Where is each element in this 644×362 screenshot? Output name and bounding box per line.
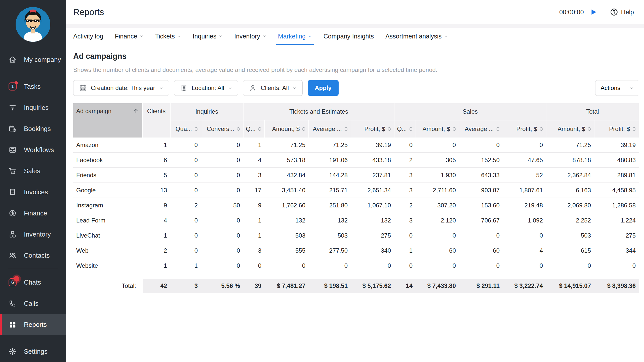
table-row[interactable]: Web2003555277.50340160604615344	[73, 243, 639, 258]
sidebar-item-inquiries[interactable]: Inquiries	[0, 97, 66, 118]
table-cell: 0	[416, 138, 459, 152]
table-row[interactable]: LiveChat10015035032750000503275	[73, 228, 639, 243]
clients-filter[interactable]: Clients: All	[243, 80, 303, 96]
table-cell: 0	[503, 138, 546, 152]
timer-play-button[interactable]	[588, 7, 598, 17]
sidebar: My company 1 Tasks Inquiries Bookings Wo…	[0, 0, 66, 362]
table-cell: 0	[459, 138, 503, 152]
table-cell: 9	[143, 198, 171, 213]
sidebar-item-finance[interactable]: Finance	[0, 203, 66, 224]
table-cell: 3	[394, 213, 416, 228]
table-cell: 0	[394, 138, 416, 152]
tab-inventory[interactable]: Inventory	[234, 28, 266, 45]
user-avatar[interactable]	[16, 7, 50, 42]
sidebar-item-settings[interactable]: Settings	[0, 341, 66, 362]
table-row[interactable]: Amazon100171.2571.2539.19000071.2539.19	[73, 138, 639, 153]
tab-tickets[interactable]: Tickets	[155, 28, 181, 45]
table-cell: 878.18	[546, 153, 594, 167]
table-cell: 1,286.58	[594, 198, 639, 213]
table-cell: 237.81	[351, 168, 394, 183]
sidebar-item-inventory[interactable]: Inventory	[0, 224, 66, 245]
table-cell: 39.19	[594, 138, 639, 152]
table-row[interactable]: Instagram925091,762.60251.801,067.102307…	[73, 198, 639, 213]
table-total-row: Total:4235.56 %39$ 7,481.27$ 198.51$ 5,1…	[73, 279, 639, 293]
table-cell: 71.25	[546, 138, 594, 152]
tab-assortment-analysis[interactable]: Assortment analysis	[385, 28, 448, 45]
total-cell: 39	[244, 279, 265, 293]
table-row[interactable]: Friends5003432.84144.28237.8131,930643.3…	[73, 168, 639, 183]
actions-button[interactable]: Actions	[595, 80, 639, 96]
sidebar-item-sales[interactable]: Sales	[0, 160, 66, 182]
table-row[interactable]: Google1300173,451.40215.712,651.3432,711…	[73, 183, 639, 198]
table-cell: 9	[244, 198, 265, 213]
column-header[interactable]: Average ...	[309, 120, 351, 138]
table-cell: 0	[459, 228, 503, 243]
table-cell: 0	[309, 258, 351, 273]
page-title: Reports	[73, 7, 104, 17]
chevron-down-icon	[630, 86, 634, 90]
table-cell: 71.25	[265, 138, 309, 152]
column-header[interactable]: Profit, $	[503, 120, 546, 138]
table-cell: 132	[351, 213, 394, 228]
table-cell: 275	[594, 228, 639, 243]
table-row[interactable]: Facebook6004573.18191.06433.182305152.50…	[73, 153, 639, 168]
sidebar-item-my-company[interactable]: My company	[0, 49, 66, 70]
table-cell: 0	[244, 258, 265, 273]
table-cell: 50	[201, 198, 244, 213]
table-cell: 305	[416, 153, 459, 167]
sidebar-item-contacts[interactable]: Contacts	[0, 245, 66, 266]
chevron-down-icon	[262, 34, 266, 38]
topbar: Reports 00:00:00 Help	[66, 0, 644, 24]
table-cell: 47.65	[503, 153, 546, 167]
sidebar-item-workflows[interactable]: Workflows	[0, 139, 66, 160]
table-cell: 1	[244, 213, 265, 228]
help-button[interactable]: Help	[610, 8, 634, 16]
column-header[interactable]: Convers...	[201, 120, 244, 138]
table-cell: 1,092	[503, 213, 546, 228]
table-cell: 13	[143, 183, 171, 198]
total-cell: $ 7,481.27	[265, 279, 309, 293]
sidebar-nav: My company 1 Tasks Inquiries Bookings Wo…	[0, 49, 66, 362]
table-cell: 503	[265, 228, 309, 243]
column-header[interactable]: Average ...	[459, 120, 503, 138]
table-cell: 307.20	[416, 198, 459, 213]
sidebar-item-tasks[interactable]: 1 Tasks	[0, 76, 66, 97]
building-icon	[180, 84, 188, 92]
sidebar-item-reports[interactable]: Reports	[0, 314, 66, 335]
table-cell: 251.80	[309, 198, 351, 213]
sidebar-item-bookings[interactable]: Bookings	[0, 118, 66, 139]
tab-finance[interactable]: Finance	[115, 28, 143, 45]
column-header[interactable]: Amount, $	[546, 120, 594, 138]
apply-button[interactable]: Apply	[308, 80, 339, 96]
column-header-ad-campaign[interactable]: Ad campaign	[73, 103, 143, 138]
tab-activity-log[interactable]: Activity log	[73, 28, 103, 45]
campaign-name-cell: Lead Form	[73, 213, 143, 228]
table-cell: 0	[201, 183, 244, 198]
table-cell: 289.81	[594, 168, 639, 183]
total-cell: $ 291.11	[459, 279, 503, 293]
table-row[interactable]: Lead Form400113213213232,120706.671,0922…	[73, 213, 639, 228]
sidebar-item-calls[interactable]: Calls	[0, 293, 66, 314]
creation-date-filter[interactable]: Creation date: This year	[73, 80, 169, 96]
column-header[interactable]: Q...	[394, 120, 416, 138]
campaign-name-cell: Friends	[73, 168, 143, 183]
tab-company-insights[interactable]: Company Insights	[324, 28, 374, 45]
column-header[interactable]: Q...	[244, 120, 265, 138]
sidebar-item-chats[interactable]: 6 Chats	[0, 272, 66, 293]
table-cell: 52	[503, 168, 546, 183]
location-filter[interactable]: Location: All	[174, 80, 238, 96]
total-cell: $ 5,175.62	[351, 279, 394, 293]
table-cell: 132	[265, 213, 309, 228]
column-header[interactable]: Profit, $	[594, 120, 639, 138]
column-header[interactable]: Profit, $	[351, 120, 394, 138]
column-header[interactable]: Amount, $	[416, 120, 459, 138]
column-header[interactable]: Amount, $	[265, 120, 309, 138]
table-row[interactable]: Website1100000000000	[73, 258, 639, 273]
calendar-icon	[79, 84, 87, 92]
tab-inquiries[interactable]: Inquiries	[193, 28, 223, 45]
column-header[interactable]: Qua...	[171, 120, 201, 138]
tab-marketing[interactable]: Marketing	[278, 28, 312, 45]
column-header-clients[interactable]: Clients	[143, 103, 171, 138]
table-cell: 0	[265, 258, 309, 273]
sidebar-item-invoices[interactable]: Invoices	[0, 182, 66, 203]
